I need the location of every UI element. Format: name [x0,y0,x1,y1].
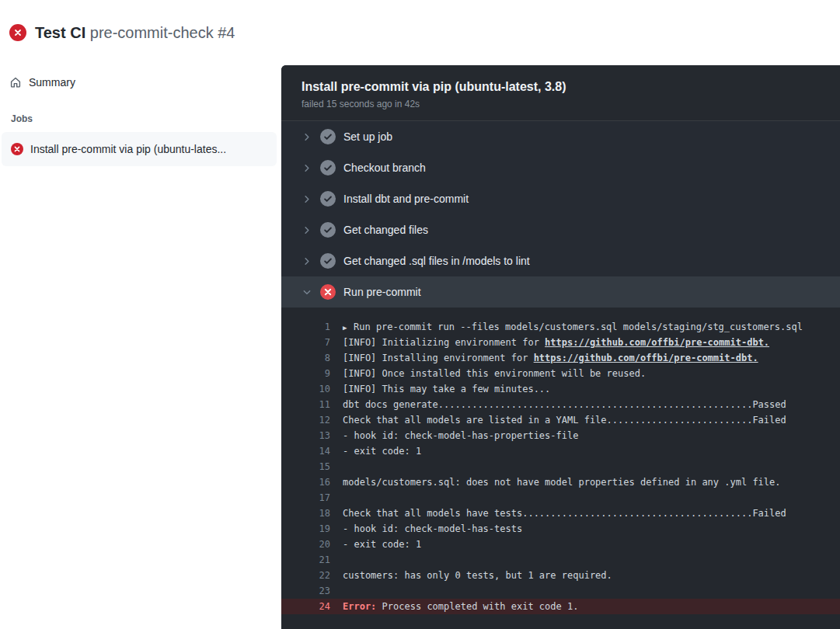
log-line-number[interactable]: 21 [281,552,330,568]
log-line-number[interactable]: 23 [281,583,330,599]
chevron-right-icon [302,132,312,142]
log-line-number[interactable]: 14 [281,443,330,459]
log-line: 1▶Run pre-commit run --files models/cust… [281,319,840,335]
log-line: 10[INFO] This may take a few minutes... [281,381,840,397]
log-text-segment: models/customers.sql: does not have mode… [343,477,781,488]
log-line-number[interactable]: 7 [281,335,330,350]
sidebar-job-item[interactable]: Install pre-commit via pip (ubuntu-lates… [2,132,277,166]
log-line-number[interactable]: 22 [281,568,330,583]
log-line-text: - hook id: check-model-has-properties-fi… [330,428,578,443]
log-line-text: models/customers.sql: does not have mode… [330,474,781,490]
log-line: 17 [281,490,840,506]
step-label: Get changed .sql files in /models to lin… [343,255,530,267]
chevron-right-icon [302,163,312,173]
log-line-text: - hook id: check-model-has-tests [330,521,522,537]
workflow-run-page: Test CI pre-commit-check #4 Summary Jobs… [0,0,840,629]
step-success-icon [320,160,336,175]
chevron-right-icon [302,194,312,204]
log-line-number[interactable]: 24 [281,599,330,614]
log-line-number[interactable]: 9 [281,366,330,381]
step-label: Install dbt and pre-commit [343,193,469,205]
step-row[interactable]: Run pre-commit [281,276,840,308]
log-line-number[interactable]: 19 [281,521,330,537]
log-line-text [330,552,343,568]
step-success-icon [320,129,336,144]
log-line-number[interactable]: 8 [281,350,330,366]
log-line-number[interactable]: 11 [281,397,330,412]
log-line-text: Check that all models are listed in a YA… [330,412,786,428]
log-text-segment: Process completed with exit code 1. [382,601,579,612]
step-label: Get changed files [343,224,428,236]
log-line: 8[INFO] Installing environment for https… [281,350,840,366]
log-text-segment: - exit code: 1 [343,446,421,457]
step-row[interactable]: Install dbt and pre-commit [281,183,840,214]
job-title: Install pre-commit via pip (ubuntu-lates… [301,79,820,95]
steps-list: Set up jobCheckout branchInstall dbt and… [281,121,840,308]
step-row[interactable]: Get changed .sql files in /models to lin… [281,245,840,276]
home-icon [9,76,22,89]
log-line: 14- exit code: 1 [281,443,840,459]
log-line-text [330,490,343,506]
log-line: 7[INFO] Initializing environment for htt… [281,335,840,350]
error-label: Error: [343,601,382,612]
log-line-number[interactable]: 16 [281,474,330,490]
step-label: Run pre-commit [343,286,421,298]
workflow-name: Test CI [35,24,85,41]
step-success-icon [320,222,336,238]
log-line-text: [INFO] Once installed this environment w… [330,366,646,381]
chevron-right-icon [302,225,312,235]
log-line-text: [INFO] Installing environment for https:… [330,350,758,366]
job-log-panel: Install pre-commit via pip (ubuntu-lates… [281,65,840,629]
log-line-text [330,459,343,474]
page-title: Test CI pre-commit-check #4 [35,24,235,42]
log-text-segment: dbt docs generate.......................… [343,399,786,410]
log-line-text: ▶Run pre-commit run --files models/custo… [330,319,803,335]
run-header: Test CI pre-commit-check #4 [0,0,840,65]
sidebar: Summary Jobs Install pre-commit via pip … [0,65,281,629]
log-line: 15 [281,459,840,474]
job-failed-icon [11,143,23,155]
log-line-number[interactable]: 15 [281,459,330,474]
step-row[interactable]: Set up job [281,121,840,152]
log-line-number[interactable]: 1 [281,319,330,335]
log-text-segment: - hook id: check-model-has-properties-fi… [343,430,578,441]
log-link[interactable]: https://github.com/offbi/pre-commit-dbt. [534,353,758,363]
log-link[interactable]: https://github.com/offbi/pre-commit-dbt. [545,337,769,348]
log-text-segment: - exit code: 1 [343,539,421,550]
job-status-text: failed 15 seconds ago in 42s [301,99,820,109]
summary-label: Summary [29,76,75,89]
step-failed-icon [320,284,336,300]
log-text-segment: - hook id: check-model-has-tests [343,523,522,534]
sidebar-item-summary[interactable]: Summary [0,70,281,95]
log-line-text: - exit code: 1 [330,537,421,552]
log-line-text: - exit code: 1 [330,443,421,459]
chevron-down-icon [302,287,312,297]
log-text-segment: [INFO] Installing environment for [343,353,534,363]
job-header: Install pre-commit via pip (ubuntu-lates… [281,65,840,121]
expand-triangle-icon[interactable]: ▶ [343,320,354,335]
log-line-number[interactable]: 10 [281,381,330,397]
jobs-list: Install pre-commit via pip (ubuntu-lates… [0,132,281,166]
log-line: 13- hook id: check-model-has-properties-… [281,428,840,443]
log-text-segment: Check that all models are listed in a YA… [343,415,786,426]
step-label: Checkout branch [343,162,426,174]
step-row[interactable]: Get changed files [281,214,840,245]
log-line-number[interactable]: 20 [281,537,330,552]
log-line-number[interactable]: 18 [281,506,330,521]
log-line-number[interactable]: 12 [281,412,330,428]
log-line: 18Check that all models have tests......… [281,506,840,521]
log-line: 16models/customers.sql: does not have mo… [281,474,840,490]
log-line-number[interactable]: 17 [281,490,330,506]
log-line-number[interactable]: 13 [281,428,330,443]
log-line: 20- exit code: 1 [281,537,840,552]
log-output[interactable]: 1▶Run pre-commit run --files models/cust… [281,308,840,629]
log-text-segment: [INFO] Initializing environment for [343,337,545,348]
log-line-text: customers: has only 0 tests, but 1 are r… [330,568,612,583]
log-line-text: Error: Process completed with exit code … [330,599,578,614]
step-label: Set up job [343,130,392,143]
step-row[interactable]: Checkout branch [281,152,840,183]
log-text-segment: [INFO] Once installed this environment w… [343,368,646,379]
log-text-segment: [INFO] This may take a few minutes... [343,384,550,394]
log-line-text [330,583,343,599]
log-line: 22customers: has only 0 tests, but 1 are… [281,568,840,583]
